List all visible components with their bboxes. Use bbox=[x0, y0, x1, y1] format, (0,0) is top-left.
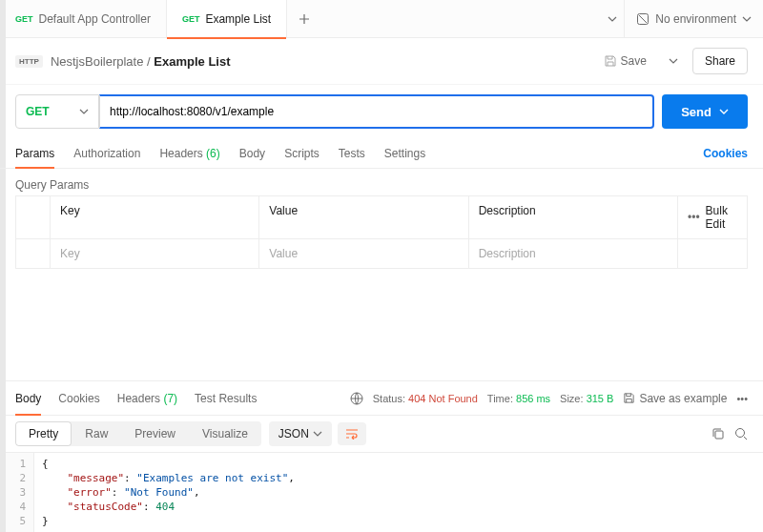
view-visualize[interactable]: Visualize bbox=[189, 421, 261, 446]
send-button[interactable]: Send bbox=[662, 94, 748, 129]
copy-icon[interactable] bbox=[711, 427, 725, 440]
request-tabs: Params Authorization Headers (6) Body Sc… bbox=[0, 138, 763, 169]
share-button[interactable]: Share bbox=[692, 48, 748, 74]
response-time: 856 ms bbox=[516, 393, 550, 404]
tab-params[interactable]: Params bbox=[15, 139, 54, 168]
tab-headers[interactable]: Headers (6) bbox=[159, 139, 219, 168]
tab-tests[interactable]: Tests bbox=[339, 139, 365, 168]
breadcrumb-workspace[interactable]: NestjsBoilerplate bbox=[51, 54, 144, 69]
table-header: Key Value Description ••• Bulk Edit bbox=[16, 196, 747, 239]
response-body: 1 2 3 4 5 { "message": "Examples are not… bbox=[0, 453, 763, 532]
tabs-overflow-button[interactable] bbox=[601, 16, 624, 22]
tab-title: Default App Controller bbox=[39, 12, 151, 26]
save-button[interactable]: Save bbox=[596, 51, 654, 72]
no-environment-icon bbox=[636, 12, 650, 26]
request-url-row: GET Send bbox=[0, 85, 763, 138]
tab-bar: GET Default App Controller GET Example L… bbox=[0, 0, 763, 38]
tab-method-badge: GET bbox=[15, 14, 33, 24]
resp-tab-test-results[interactable]: Test Results bbox=[195, 382, 257, 415]
plus-icon bbox=[299, 13, 310, 25]
desc-placeholder[interactable]: Description bbox=[469, 239, 678, 268]
http-badge: HTTP bbox=[15, 55, 43, 68]
col-key: Key bbox=[51, 196, 259, 238]
wrap-lines-button[interactable] bbox=[338, 422, 366, 445]
view-preview[interactable]: Preview bbox=[121, 421, 189, 446]
query-params-label: Query Params bbox=[0, 169, 763, 195]
environment-selector[interactable]: No environment bbox=[624, 0, 763, 38]
value-placeholder[interactable]: Value bbox=[259, 239, 468, 268]
method-selector[interactable]: GET bbox=[15, 94, 99, 129]
col-value: Value bbox=[259, 196, 468, 238]
response-area: Body Cookies Headers (7) Test Results St… bbox=[0, 380, 763, 532]
response-status-bar: Status: 404 Not Found Time: 856 ms Size:… bbox=[350, 392, 748, 405]
response-view-tabs: Pretty Raw Preview Visualize JSON bbox=[0, 416, 763, 453]
chevron-down-icon bbox=[313, 431, 322, 437]
new-tab-button[interactable] bbox=[287, 13, 321, 25]
svg-rect-2 bbox=[715, 431, 723, 439]
tab-example-list[interactable]: GET Example List bbox=[167, 0, 287, 38]
method-value: GET bbox=[26, 105, 50, 118]
window-left-gutter bbox=[0, 0, 6, 532]
environment-label: No environment bbox=[655, 12, 736, 26]
resp-tab-cookies[interactable]: Cookies bbox=[58, 382, 99, 415]
url-input[interactable] bbox=[99, 94, 654, 129]
svg-point-3 bbox=[736, 429, 745, 438]
save-dropdown[interactable] bbox=[662, 58, 685, 64]
table-row[interactable]: Key Value Description bbox=[16, 239, 747, 268]
search-icon[interactable] bbox=[734, 427, 748, 440]
col-description: Description bbox=[469, 196, 678, 238]
resp-tab-body[interactable]: Body bbox=[15, 382, 41, 415]
save-as-example-button[interactable]: Save as example bbox=[623, 392, 727, 405]
tab-authorization[interactable]: Authorization bbox=[73, 139, 140, 168]
status-code: 404 Not Found bbox=[408, 393, 478, 404]
query-params-table: Key Value Description ••• Bulk Edit Key … bbox=[15, 195, 748, 269]
network-icon[interactable] bbox=[350, 392, 363, 405]
breadcrumb: NestjsBoilerplate / Example List bbox=[51, 54, 588, 69]
chevron-down-icon bbox=[719, 109, 729, 114]
chevron-down-icon bbox=[669, 58, 678, 64]
json-code[interactable]: { "message": "Examples are not exist", "… bbox=[34, 453, 302, 532]
breadcrumb-current: Example List bbox=[154, 54, 230, 69]
more-icon[interactable]: ••• bbox=[736, 393, 748, 404]
more-icon[interactable]: ••• bbox=[688, 211, 700, 224]
key-placeholder[interactable]: Key bbox=[51, 239, 259, 268]
chevron-down-icon bbox=[742, 16, 752, 22]
chevron-down-icon bbox=[608, 16, 617, 22]
tab-default-app-controller[interactable]: GET Default App Controller bbox=[0, 0, 167, 38]
tab-scripts[interactable]: Scripts bbox=[284, 139, 320, 168]
response-tabs: Body Cookies Headers (7) Test Results St… bbox=[0, 381, 763, 416]
wrap-icon bbox=[345, 428, 359, 440]
view-raw[interactable]: Raw bbox=[72, 421, 121, 446]
bulk-edit-link[interactable]: Bulk Edit bbox=[706, 204, 737, 231]
save-icon bbox=[604, 54, 617, 68]
tab-method-badge: GET bbox=[182, 14, 200, 24]
cookies-link[interactable]: Cookies bbox=[703, 147, 748, 160]
view-pretty[interactable]: Pretty bbox=[15, 421, 72, 446]
resp-tab-headers[interactable]: Headers (7) bbox=[117, 382, 177, 415]
tab-body[interactable]: Body bbox=[239, 139, 265, 168]
format-selector[interactable]: JSON bbox=[269, 421, 332, 446]
chevron-down-icon bbox=[79, 109, 89, 114]
col-actions: ••• Bulk Edit bbox=[678, 196, 747, 238]
tab-title: Example List bbox=[205, 12, 271, 26]
response-size: 315 B bbox=[587, 393, 614, 404]
save-icon bbox=[623, 392, 635, 404]
checkbox-col bbox=[16, 196, 51, 238]
request-header: HTTP NestjsBoilerplate / Example List Sa… bbox=[0, 38, 763, 85]
tab-settings[interactable]: Settings bbox=[384, 139, 425, 168]
